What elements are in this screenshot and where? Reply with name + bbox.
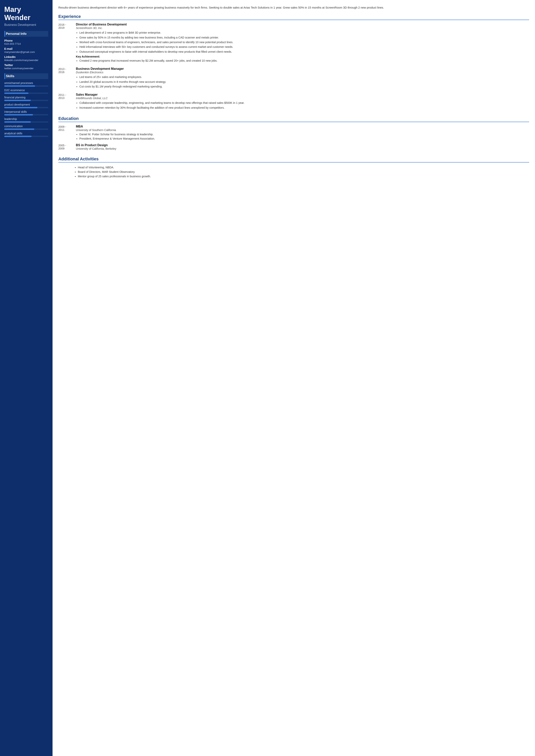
exp-bullet-0-0: Led development of 2 new programs in $4M… xyxy=(79,31,529,35)
skills-section-title: Skills xyxy=(4,73,48,79)
skill-bar-bg-7 xyxy=(4,136,48,137)
education-list: 2009 - 2011MBAUniversity of Southern Cal… xyxy=(58,125,529,151)
exp-bullet-0-1: Grew sales by 50% in 15 months by adding… xyxy=(79,35,529,40)
exp-job-title-2: Sales Manager xyxy=(76,93,529,96)
skill-name-0: omnichannel processes xyxy=(4,81,48,85)
skill-name-5: leadership xyxy=(4,118,48,121)
twitter-value: twitter.com/maryzwender xyxy=(4,67,48,70)
exp-bullet-2-0: Collaborated with corporate leadership, … xyxy=(79,101,529,105)
skill-bar-fill-5 xyxy=(4,121,31,123)
edu-degree-0: MBA xyxy=(76,125,529,128)
summary-text: Results-driven business development dire… xyxy=(58,6,529,10)
skills-list: omnichannel processesD2C ecommercefinanc… xyxy=(4,81,48,137)
edu-school-1: University of California, Berkeley xyxy=(76,147,529,150)
experience-list: 2016 - 2019Director of Business Developm… xyxy=(58,23,529,111)
exp-bullets-0: Led development of 2 new programs in $4M… xyxy=(76,31,529,54)
edu-entry-0: 2009 - 2011MBAUniversity of Southern Cal… xyxy=(58,125,529,141)
exp-bullet-0-3: Held informational interviews with 50+ k… xyxy=(79,45,529,49)
edu-degree-1: BS in Product Design xyxy=(76,144,529,147)
exp-company-1: Duskenkin Electronics xyxy=(76,71,529,74)
additional-bullet-0: Head of Volunteering, NBDA. xyxy=(78,165,529,170)
skill-name-2: financial planning xyxy=(4,96,48,99)
exp-dates-0: 2016 - 2019 xyxy=(58,23,76,64)
skill-bar-bg-3 xyxy=(4,107,48,108)
exp-company-0: ScreenRoom 3D, Inc. xyxy=(76,26,529,30)
linkedin-value: linkedin.com/in/maryzwender xyxy=(4,59,48,62)
exp-job-title-1: Business Development Manager xyxy=(76,67,529,70)
personal-info-section-title: Personal Info xyxy=(4,31,48,37)
skill-bar-bg-5 xyxy=(4,121,48,123)
exp-bullets-1: Led teams of 25+ sales and marketing emp… xyxy=(76,75,529,89)
skill-bar-fill-2 xyxy=(4,100,31,101)
phone-value: 619-203-7714 xyxy=(4,42,48,45)
exp-entry-1: 2013 - 2016Business Development ManagerD… xyxy=(58,67,529,90)
linkedin-label: LinkedIn xyxy=(4,55,48,59)
additional-list: Head of Volunteering, NBDA.Board of Dire… xyxy=(58,165,529,179)
exp-content-0: Director of Business DevelopmentScreenRo… xyxy=(76,23,529,64)
exp-dates-1: 2013 - 2016 xyxy=(58,67,76,90)
edu-entry-1: 2005 - 2009BS in Product DesignUniversit… xyxy=(58,144,529,151)
skill-bar-fill-3 xyxy=(4,107,37,108)
skill-bar-bg-0 xyxy=(4,85,48,87)
exp-job-title-0: Director of Business Development xyxy=(76,23,529,26)
edu-dates-0: 2009 - 2011 xyxy=(58,125,76,141)
edu-content-0: MBAUniversity of Southern CaliforniaDani… xyxy=(76,125,529,141)
edu-school-0: University of Southern California xyxy=(76,128,529,132)
edu-bullet-0-1: President, Entrepreneur & Venture Manage… xyxy=(79,137,529,141)
exp-content-1: Business Development ManagerDuskenkin El… xyxy=(76,67,529,90)
exp-bullets-2: Collaborated with corporate leadership, … xyxy=(76,101,529,110)
key-achievement-label-0: Key Achievement: xyxy=(76,55,529,58)
skill-name-7: analytical skills xyxy=(4,132,48,135)
sidebar: MaryWender Business Development Personal… xyxy=(0,0,52,756)
exp-bullet-1-2: Cut costs by $1.1M yearly through redesi… xyxy=(79,84,529,89)
exp-entry-2: 2011 - 2013Sales ManagerIntelliRounds Gl… xyxy=(58,93,529,111)
skill-bar-fill-4 xyxy=(4,114,33,116)
exp-bullet-2-1: Increased customer retention by 30% thro… xyxy=(79,106,529,110)
skill-name-6: communication xyxy=(4,124,48,128)
experience-section: Experience 2016 - 2019Director of Busine… xyxy=(58,14,529,111)
exp-dates-2: 2011 - 2013 xyxy=(58,93,76,111)
twitter-label: Twitter xyxy=(4,64,48,67)
email-label: E-mail xyxy=(4,47,48,50)
skill-bar-fill-0 xyxy=(4,85,35,87)
skill-name-4: interpersonal skills xyxy=(4,110,48,113)
skill-bar-fill-1 xyxy=(4,93,28,94)
edu-bullets-0: Daniel M. Potter Scholar for business st… xyxy=(76,132,529,141)
skill-bar-fill-7 xyxy=(4,136,32,137)
exp-entry-0: 2016 - 2019Director of Business Developm… xyxy=(58,23,529,64)
exp-company-2: IntelliRounds Global, LLC xyxy=(76,96,529,100)
skill-bar-bg-1 xyxy=(4,93,48,94)
edu-bullet-0-0: Daniel M. Potter Scholar for business st… xyxy=(79,132,529,137)
exp-content-2: Sales ManagerIntelliRounds Global, LLCCo… xyxy=(76,93,529,111)
education-title: Education xyxy=(58,116,529,122)
edu-content-1: BS in Product DesignUniversity of Califo… xyxy=(76,144,529,151)
email-value: maryzwender@gmail.com xyxy=(4,50,48,53)
phone-label: Phone xyxy=(4,39,48,42)
exp-bullet-0-2: Worked with cross-functional teams of en… xyxy=(79,40,529,44)
key-achievement-bullet-0-0: Created 2 new programs that increased re… xyxy=(79,59,529,63)
exp-bullet-0-4: Outsourced conceptual engineers to liais… xyxy=(79,50,529,54)
candidate-name: MaryWender xyxy=(4,6,48,22)
candidate-title: Business Development xyxy=(4,23,48,27)
exp-bullet-1-0: Led teams of 25+ sales and marketing emp… xyxy=(79,75,529,79)
additional-bullet-2: Mentor group of 25 sales professionals i… xyxy=(78,174,529,179)
skill-bar-fill-6 xyxy=(4,128,34,130)
key-achievement-bullets-0: Created 2 new programs that increased re… xyxy=(76,59,529,63)
skill-bar-bg-2 xyxy=(4,100,48,101)
additional-bullet-1: Board of Directors, MAR Student Observat… xyxy=(78,170,529,174)
skill-name-1: D2C ecommerce xyxy=(4,89,48,92)
additional-section: Additional Activities Head of Volunteeri… xyxy=(58,156,529,179)
skill-name-3: product development xyxy=(4,103,48,106)
exp-bullet-1-1: Landed 20 global accounts in 8 months th… xyxy=(79,80,529,84)
experience-title: Experience xyxy=(58,14,529,20)
skill-bar-bg-6 xyxy=(4,128,48,130)
main-content: Results-driven business development dire… xyxy=(52,0,535,756)
skill-bar-bg-4 xyxy=(4,114,48,116)
additional-title: Additional Activities xyxy=(58,156,529,163)
education-section: Education 2009 - 2011MBAUniversity of So… xyxy=(58,116,529,151)
edu-dates-1: 2005 - 2009 xyxy=(58,144,76,151)
